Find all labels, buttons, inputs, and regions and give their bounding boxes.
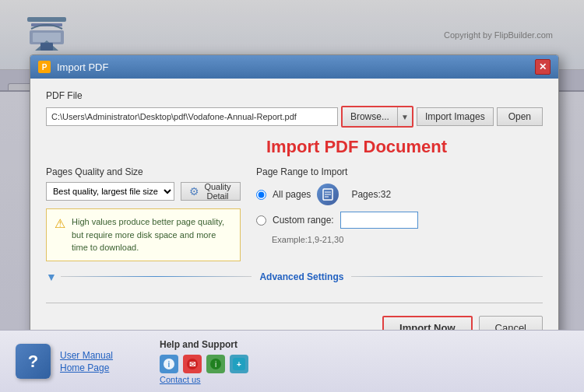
quality-detail-button[interactable]: ⚙ Quality Detail (181, 182, 241, 201)
custom-range-label: Custom range: (273, 215, 334, 226)
import-pdf-big-label: Import PDF Document (108, 137, 584, 157)
browse-button-group: Browse... ▼ (341, 106, 413, 128)
all-pages-row: All pages Pages:32 (256, 184, 543, 205)
svg-text:i: i (215, 360, 216, 369)
modal-separator (46, 303, 543, 303)
app-background: Copyright by FlipBuilder.com P Import PD… (0, 0, 584, 392)
modal-title-text: Import PDF (57, 61, 108, 73)
warning-icon: ⚠ (55, 216, 65, 231)
custom-range-row: Custom range: (256, 212, 543, 229)
file-path-input[interactable] (46, 107, 338, 126)
contact-icon-1[interactable]: i (160, 355, 178, 373)
footer-manual-section: ? User Manual Home Page (16, 344, 113, 379)
left-column: Pages Quality and Size Best quality, lar… (46, 166, 241, 261)
all-pages-radio-label: All pages (273, 189, 311, 200)
advanced-settings-label[interactable]: Advanced Settings (252, 271, 351, 282)
main-content-columns: Pages Quality and Size Best quality, lar… (46, 166, 543, 261)
page-range-label: Page Range to Import (256, 166, 543, 177)
footer-icon-box: ? (16, 344, 51, 379)
warning-text: High values produce better page quality,… (72, 215, 232, 254)
pdf-file-label: PDF File (46, 90, 543, 101)
help-support-title: Help and Support (160, 339, 248, 350)
modal-title-icon: P (38, 61, 51, 73)
footer-help-section: Help and Support i ✉ i + Contact us (160, 339, 248, 384)
pdf-file-row: Browse... ▼ Import Images Open (46, 106, 543, 128)
custom-range-radio[interactable] (256, 215, 266, 226)
advanced-arrow-icon: ▼ (46, 271, 57, 283)
quality-select-row: Best quality, largest file size ⚙ Qualit… (46, 182, 241, 201)
svg-text:✉: ✉ (189, 360, 196, 369)
user-manual-link[interactable]: User Manual (60, 350, 113, 361)
modal-close-button[interactable]: ✕ (535, 59, 551, 75)
pages-icon (317, 184, 339, 205)
footer-contact-icons: i ✉ i + (160, 355, 248, 373)
quality-section-label: Pages Quality and Size (46, 166, 241, 177)
contact-icon-3[interactable]: i (206, 355, 225, 373)
home-page-link[interactable]: Home Page (60, 362, 113, 373)
quality-detail-icon: ⚙ (189, 185, 199, 198)
import-pdf-dialog: P Import PDF ✕ PDF File Browse... ▼ Impo… (30, 54, 559, 352)
right-column: Page Range to Import All pages (256, 166, 543, 261)
advanced-settings-row: ▼ Advanced Settings (46, 271, 543, 283)
contact-icon-4[interactable]: + (230, 355, 248, 373)
browse-dropdown-button[interactable]: ▼ (398, 107, 412, 126)
custom-range-example: Example:1,9-21,30 (272, 235, 543, 244)
svg-text:i: i (168, 360, 171, 369)
advanced-line-right (351, 276, 543, 277)
advanced-line-left (61, 276, 252, 277)
footer-links: User Manual Home Page (60, 349, 113, 374)
contact-us-link[interactable]: Contact us (160, 375, 248, 384)
quality-detail-label: Quality Detail (203, 182, 232, 201)
browse-button[interactable]: Browse... (343, 107, 398, 126)
svg-text:+: + (237, 360, 241, 369)
contact-icon-2[interactable]: ✉ (183, 355, 202, 373)
custom-range-input[interactable] (340, 212, 418, 229)
pages-count: Pages:32 (351, 189, 391, 200)
bottom-footer: ? User Manual Home Page Help and Support… (0, 330, 584, 392)
modal-body: PDF File Browse... ▼ Import Images Open … (30, 79, 558, 303)
quality-select[interactable]: Best quality, largest file size (46, 182, 174, 201)
open-button[interactable]: Open (497, 107, 543, 126)
import-images-button[interactable]: Import Images (417, 107, 494, 126)
warning-box: ⚠ High values produce better page qualit… (46, 208, 241, 261)
all-pages-radio[interactable] (256, 190, 266, 200)
modal-title-left: P Import PDF (38, 61, 108, 73)
footer-question-icon: ? (28, 352, 38, 372)
modal-titlebar: P Import PDF ✕ (30, 55, 558, 79)
